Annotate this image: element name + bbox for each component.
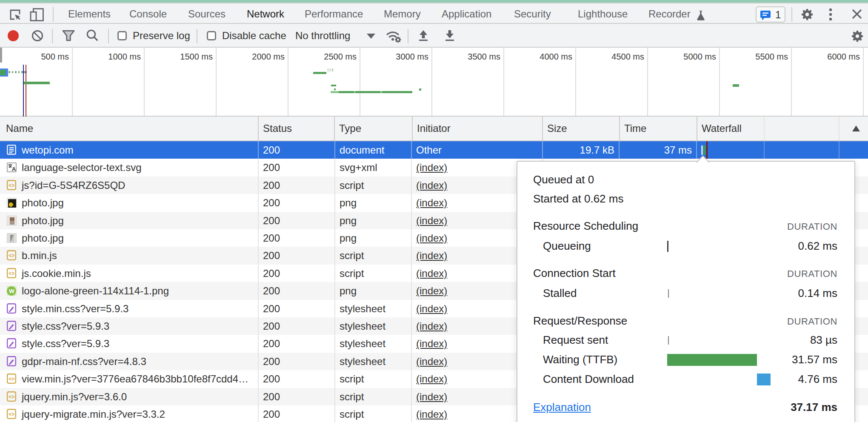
svg-text:<>: <> (9, 393, 14, 399)
svg-text:<>: <> (9, 411, 14, 417)
svg-text:<>: <> (9, 270, 14, 276)
svg-text:<>: <> (9, 182, 14, 188)
svg-text:<>: <> (9, 376, 14, 382)
svg-text:A: A (12, 166, 16, 173)
svg-text:<>: <> (9, 253, 14, 259)
